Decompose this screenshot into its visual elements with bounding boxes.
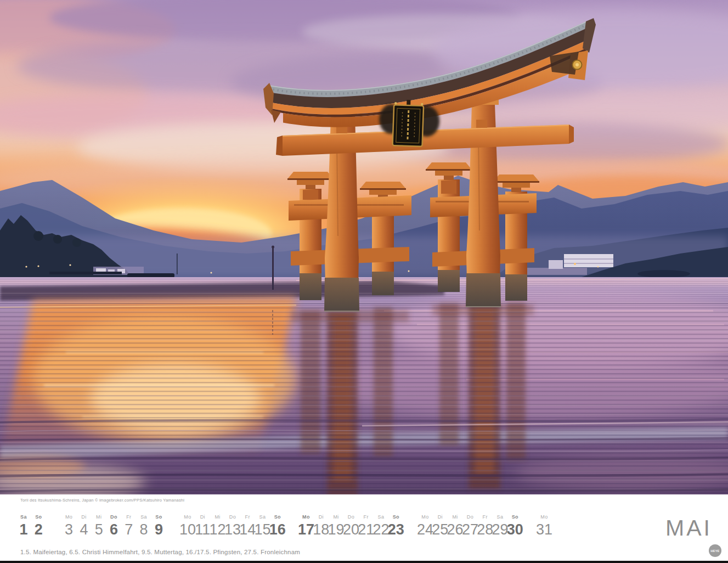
weekday-label: Mi bbox=[210, 514, 226, 520]
weekday-label: So bbox=[30, 514, 47, 520]
day-number: 1 bbox=[15, 521, 32, 538]
weekday-label: So bbox=[150, 514, 167, 520]
day-number: 3 bbox=[61, 521, 77, 538]
day-number: 14 bbox=[239, 521, 256, 538]
weekday-label: Sa bbox=[136, 514, 152, 520]
day-number: 21 bbox=[358, 521, 374, 538]
day-number: 13 bbox=[224, 521, 241, 538]
day-number: 4 bbox=[76, 521, 92, 538]
day-number: 11 bbox=[194, 521, 211, 538]
weekday-label: Fr bbox=[239, 514, 256, 520]
day-number: 25 bbox=[432, 521, 448, 538]
day-number: 29 bbox=[492, 521, 509, 538]
weekday-label: Do bbox=[106, 514, 122, 520]
day-number: 30 bbox=[507, 521, 523, 538]
weekday-label: Fr bbox=[121, 514, 137, 520]
weekday-label: Fr bbox=[477, 514, 493, 520]
weekday-label: Do bbox=[462, 514, 478, 520]
water-ripples bbox=[0, 277, 728, 494]
weekday-label: Mo bbox=[179, 514, 196, 520]
weekday-label: So bbox=[269, 514, 286, 520]
day-number: 20 bbox=[343, 521, 359, 538]
weekday-label: Sa bbox=[373, 514, 390, 520]
day-number: 28 bbox=[477, 521, 493, 538]
day-number: 6 bbox=[106, 521, 122, 538]
day-number: 23 bbox=[388, 521, 404, 538]
weekday-label: Mo bbox=[417, 514, 433, 520]
day-number: 7 bbox=[121, 521, 137, 538]
day-number: 2 bbox=[30, 521, 47, 538]
weekday-label: Mo bbox=[536, 514, 552, 520]
weekday-label: Mo bbox=[61, 514, 77, 520]
publisher-logo: HEYE bbox=[709, 544, 721, 557]
weekday-label: Do bbox=[343, 514, 359, 520]
day-number: 27 bbox=[462, 521, 478, 538]
day-number: 15 bbox=[255, 521, 271, 538]
day-number: 12 bbox=[210, 521, 226, 538]
weekday-label: So bbox=[388, 514, 404, 520]
day-number: 17 bbox=[298, 521, 314, 538]
weekday-label: Di bbox=[76, 514, 92, 520]
weekday-label: So bbox=[507, 514, 523, 520]
page-bottom-edge bbox=[0, 561, 728, 563]
weekday-label: Di bbox=[432, 514, 448, 520]
weekday-label: Mi bbox=[447, 514, 464, 520]
weekday-label: Fr bbox=[358, 514, 374, 520]
weekday-label: Sa bbox=[492, 514, 509, 520]
month-title: MAI bbox=[652, 515, 712, 541]
weekday-label: Sa bbox=[255, 514, 271, 520]
day-number: 8 bbox=[136, 521, 152, 538]
day-number: 10 bbox=[179, 521, 196, 538]
day-number: 22 bbox=[373, 521, 390, 538]
photo-caption: Torii des Itsukushima-Schreins, Japan © … bbox=[20, 498, 184, 503]
day-number: 19 bbox=[328, 521, 345, 538]
weekday-label: Mo bbox=[298, 514, 314, 520]
day-number: 16 bbox=[269, 521, 286, 538]
day-number: 9 bbox=[150, 521, 167, 538]
weekday-label: Do bbox=[224, 514, 241, 520]
day-number: 31 bbox=[536, 521, 552, 538]
calendar-strip: Torii des Itsukushima-Schreins, Japan © … bbox=[0, 494, 728, 563]
calendar-page: Torii des Itsukushima-Schreins, Japan © … bbox=[0, 0, 728, 563]
weekday-label: Mi bbox=[328, 514, 345, 520]
day-number: 24 bbox=[417, 521, 433, 538]
day-number: 18 bbox=[313, 521, 329, 538]
weekday-label: Sa bbox=[15, 514, 32, 520]
weekday-label: Mi bbox=[91, 514, 107, 520]
weekday-label: Di bbox=[313, 514, 329, 520]
photo-image bbox=[0, 0, 728, 494]
day-number: 26 bbox=[447, 521, 464, 538]
holidays-note: 1.5. Maifeiertag, 6.5. Christi Himmelfah… bbox=[20, 549, 300, 555]
weekday-label: Di bbox=[194, 514, 211, 520]
day-number: 5 bbox=[91, 521, 107, 538]
